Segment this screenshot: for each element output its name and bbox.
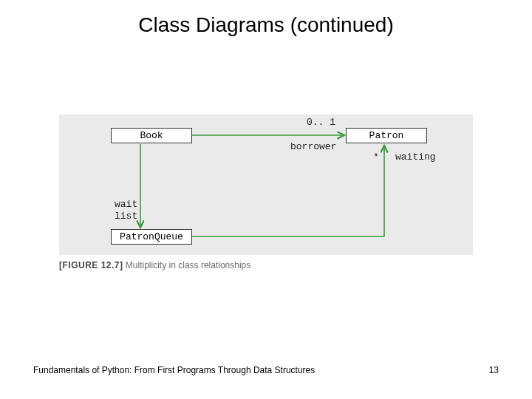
multiplicity-waiting-star: *: [373, 151, 379, 163]
multiplicity-borrower: 0.. 1: [307, 117, 335, 128]
page-number: 13: [489, 365, 499, 375]
slide: Class Diagrams (continued) Book Patron P…: [0, 0, 532, 399]
diagram-panel: Book Patron PatronQueue 0.. 1 borrower *…: [59, 115, 473, 255]
figure-caption-text: Multiplicity in class relationships: [126, 260, 250, 270]
figure-caption: [FIGURE 12.7] Multiplicity in class rela…: [59, 260, 250, 270]
footer-text: Fundamentals of Python: From First Progr…: [33, 365, 315, 375]
class-box-patron: Patron: [346, 128, 427, 143]
class-box-book: Book: [111, 128, 192, 143]
figure-label: [FIGURE 12.7]: [59, 260, 123, 270]
page-title: Class Diagrams (continued): [0, 13, 532, 37]
class-box-patronqueue: PatronQueue: [111, 229, 192, 245]
arrow-patronqueue-to-patron: [192, 146, 384, 236]
role-waiting: waiting: [395, 151, 436, 163]
role-waitlist-line2: list: [115, 211, 137, 222]
role-borrower: borrower: [290, 141, 336, 152]
role-waitlist-line1: wait: [115, 199, 137, 210]
